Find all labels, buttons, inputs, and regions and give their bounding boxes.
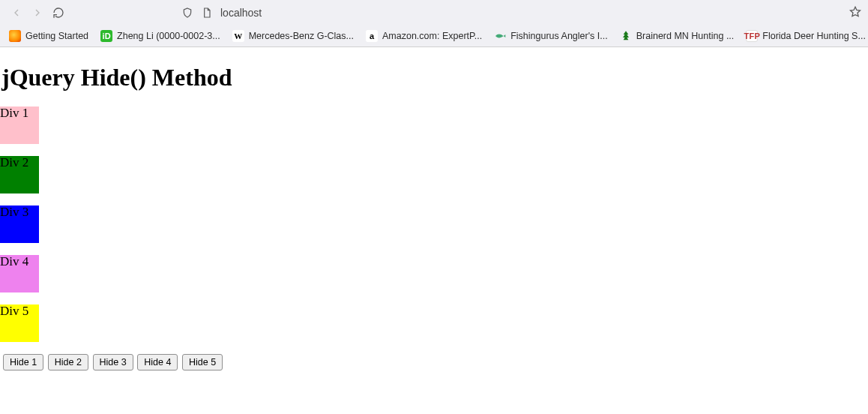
hide-3-button[interactable]: Hide 3 bbox=[93, 354, 133, 370]
bookmark-amazon[interactable]: a Amazon.com: ExpertP... bbox=[361, 28, 486, 44]
arrow-left-icon bbox=[10, 7, 22, 19]
div-label: Div 2 bbox=[0, 155, 28, 170]
div-label: Div 5 bbox=[0, 304, 28, 318]
bookmark-star-button[interactable] bbox=[849, 5, 862, 21]
bookmarks-bar: Getting Started iD Zheng Li (0000-0002-3… bbox=[0, 26, 868, 46]
forward-button[interactable] bbox=[27, 2, 48, 23]
tfp-icon: TFP bbox=[746, 30, 758, 42]
star-icon bbox=[849, 5, 862, 19]
back-button[interactable] bbox=[6, 2, 27, 23]
amazon-icon: a bbox=[366, 30, 378, 42]
url-text: localhost bbox=[220, 7, 262, 19]
div-label: Div 1 bbox=[0, 106, 28, 120]
bookmark-label: Fishingurus Angler's I... bbox=[510, 31, 608, 41]
div-1: Div 1 bbox=[0, 106, 39, 144]
bookmark-brainerd[interactable]: Brainerd MN Hunting ... bbox=[615, 28, 739, 44]
shield-icon bbox=[181, 7, 193, 19]
bookmark-label: Mercedes-Benz G-Clas... bbox=[249, 31, 354, 41]
div-label: Div 3 bbox=[0, 205, 28, 219]
bookmark-fishingurus[interactable]: Fishingurus Angler's I... bbox=[489, 28, 612, 44]
button-row: Hide 1 Hide 2 Hide 3 Hide 4 Hide 5 bbox=[0, 354, 868, 370]
page-icon bbox=[201, 7, 213, 19]
orcid-icon: iD bbox=[100, 30, 112, 42]
bookmark-mercedes[interactable]: W Mercedes-Benz G-Clas... bbox=[228, 28, 358, 44]
bookmark-label: Brainerd MN Hunting ... bbox=[636, 31, 735, 41]
bookmark-getting-started[interactable]: Getting Started bbox=[4, 28, 93, 44]
div-2: Div 2 bbox=[0, 156, 39, 194]
div-label: Div 4 bbox=[0, 254, 28, 268]
reload-button[interactable] bbox=[48, 2, 69, 23]
bookmark-label: Florida Deer Hunting S... bbox=[762, 31, 866, 41]
page-content: jQuery Hide() Method Div 1 Div 2 Div 3 D… bbox=[0, 47, 868, 386]
bookmark-florida-deer[interactable]: TFP Florida Deer Hunting S... bbox=[741, 28, 868, 44]
address-bar[interactable]: localhost bbox=[181, 7, 262, 19]
reload-icon bbox=[52, 7, 64, 19]
wikipedia-icon: W bbox=[232, 30, 244, 42]
bookmark-label: Amazon.com: ExpertP... bbox=[382, 31, 482, 41]
firefox-icon bbox=[9, 30, 21, 42]
bookmark-label: Getting Started bbox=[25, 31, 88, 41]
toolbar: localhost bbox=[0, 0, 868, 26]
div-3: Div 3 bbox=[0, 206, 39, 243]
hide-4-button[interactable]: Hide 4 bbox=[137, 354, 178, 370]
bookmark-zheng-li[interactable]: iD Zheng Li (0000-0002-3... bbox=[96, 28, 225, 44]
hide-2-button[interactable]: Hide 2 bbox=[48, 354, 88, 370]
browser-chrome: localhost Getting Started iD Zheng Li (0… bbox=[0, 0, 868, 47]
div-5: Div 5 bbox=[0, 304, 39, 342]
div-4: Div 4 bbox=[0, 255, 39, 292]
hide-1-button[interactable]: Hide 1 bbox=[3, 354, 43, 370]
tree-icon bbox=[620, 30, 632, 42]
hide-5-button[interactable]: Hide 5 bbox=[182, 354, 223, 370]
page-heading: jQuery Hide() Method bbox=[0, 64, 868, 92]
arrow-right-icon bbox=[31, 7, 43, 19]
fish-icon bbox=[494, 30, 506, 42]
bookmark-label: Zheng Li (0000-0002-3... bbox=[117, 31, 220, 41]
